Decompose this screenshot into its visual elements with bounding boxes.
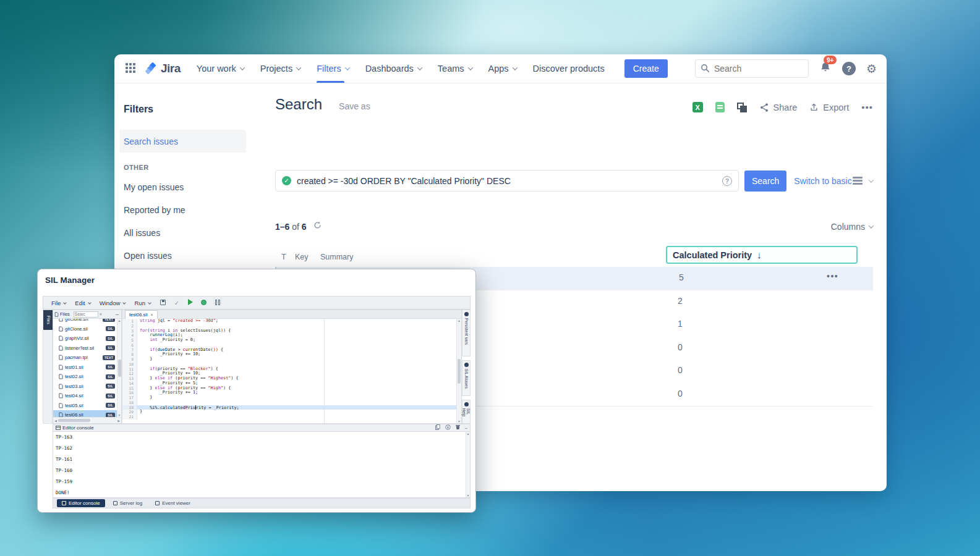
layout-icon[interactable] bbox=[212, 300, 223, 306]
bottom-tab-label: Editor console bbox=[69, 500, 100, 506]
debug-icon[interactable] bbox=[198, 300, 210, 306]
editor-tab-label: test06.sil bbox=[129, 312, 148, 318]
files-search-input[interactable] bbox=[74, 311, 98, 318]
jql-help-icon[interactable]: ? bbox=[722, 176, 732, 186]
menu-edit[interactable]: Edit bbox=[70, 300, 95, 306]
sidebar-item-all-issues[interactable]: All issues bbox=[124, 228, 160, 240]
jira-logo-text: Jira bbox=[161, 62, 181, 75]
help-button[interactable]: ? bbox=[842, 62, 856, 75]
menu-run[interactable]: Run bbox=[130, 300, 155, 306]
nav-item-projects[interactable]: Projects bbox=[260, 54, 300, 83]
file-item-pacman.tpl[interactable]: pacman.tplTEXT bbox=[53, 353, 117, 363]
jira-logo-icon bbox=[145, 62, 158, 75]
file-item-test05.sil[interactable]: test05.silSIL bbox=[53, 401, 117, 411]
copy-layers-icon[interactable] bbox=[737, 103, 747, 112]
file-type-badge: TEXT bbox=[103, 319, 115, 322]
bottom-tab-server-log[interactable]: Server log bbox=[108, 499, 147, 507]
csv-export-icon[interactable] bbox=[715, 102, 725, 112]
code-line-5[interactable]: 5 int _Priority = 0; bbox=[122, 338, 456, 343]
sidebar-item-search-issues[interactable]: Search issues bbox=[119, 130, 246, 153]
save-icon[interactable] bbox=[158, 300, 169, 306]
code-line-21[interactable]: 21 bbox=[122, 415, 456, 419]
jql-search-button[interactable]: Search bbox=[744, 171, 786, 192]
bottom-tab-event-viewer[interactable]: Event viewer bbox=[150, 499, 195, 507]
nav-item-apps[interactable]: Apps bbox=[488, 54, 517, 83]
editor-scrollbar[interactable]: ▲▼ bbox=[456, 319, 461, 423]
chevron-down-icon bbox=[869, 177, 874, 182]
file-item-test01.sil[interactable]: test01.silSIL bbox=[53, 363, 117, 373]
console-scrollbar[interactable]: ▲▼ bbox=[466, 432, 470, 497]
save-as-link[interactable]: Save as bbox=[339, 101, 370, 111]
file-item-test02.sil[interactable]: test02.silSIL bbox=[53, 372, 117, 382]
jira-logo[interactable]: Jira bbox=[145, 62, 181, 75]
global-search[interactable] bbox=[695, 59, 809, 78]
close-tab-icon[interactable]: × bbox=[151, 313, 153, 317]
clear-search-icon[interactable]: × bbox=[100, 312, 102, 316]
copy-output-icon[interactable] bbox=[435, 424, 440, 431]
global-search-input[interactable] bbox=[695, 59, 809, 78]
more-actions-button[interactable]: ••• bbox=[861, 102, 873, 112]
settings-gear-icon[interactable]: ⚙ bbox=[866, 63, 877, 75]
sidebar-item-reported-by-me[interactable]: Reported by me bbox=[124, 205, 185, 217]
console-output[interactable]: TP-163TP-162TP-161TP-160TP-159DONE! ▲▼ bbox=[53, 432, 471, 498]
code-text: } bbox=[137, 357, 152, 362]
app-switcher-icon[interactable] bbox=[126, 63, 137, 74]
nav-item-filters[interactable]: Filters bbox=[317, 54, 349, 83]
file-item-test04.sil[interactable]: test04.silSIL bbox=[53, 391, 117, 401]
row-more-button[interactable]: ••• bbox=[827, 271, 838, 281]
code-line-17[interactable]: 17 } bbox=[122, 395, 456, 400]
excel-export-icon[interactable]: X bbox=[692, 102, 703, 112]
file-item-test06.sil[interactable]: test06.silSIL bbox=[53, 410, 117, 417]
collapse-panel-icon[interactable]: – bbox=[116, 311, 120, 318]
check-syntax-icon[interactable]: ✓ bbox=[171, 300, 182, 306]
column-header-key[interactable]: Key bbox=[295, 253, 309, 261]
jql-query-text[interactable]: created >= -30d ORDER BY "Calculated Pri… bbox=[297, 176, 717, 186]
file-type-badge: SIL bbox=[106, 403, 115, 408]
file-item-graphViz.sil[interactable]: graphViz.silSIL bbox=[53, 334, 117, 343]
switch-to-basic-link[interactable]: Switch to basic bbox=[794, 176, 851, 186]
right-tab-sil-help[interactable]: SIL Help bbox=[462, 400, 471, 424]
clear-console-icon[interactable] bbox=[456, 424, 460, 431]
notifications-button[interactable]: 9+ bbox=[819, 61, 832, 76]
nav-item-teams[interactable]: Teams bbox=[438, 54, 472, 83]
columns-dropdown[interactable]: Columns bbox=[831, 222, 873, 232]
menu-window[interactable]: Window bbox=[95, 300, 130, 306]
right-tab-sil-aliases[interactable]: SIL Aliases bbox=[462, 360, 471, 396]
nav-item-dashboards[interactable]: Dashboards bbox=[365, 54, 422, 83]
sidebar-item-open-issues[interactable]: Open issues bbox=[124, 251, 172, 263]
column-header-summary[interactable]: Summary bbox=[320, 253, 353, 261]
download-output-icon[interactable] bbox=[445, 424, 451, 431]
files-horizontal-scrollbar[interactable]: ◀▶ bbox=[53, 417, 121, 423]
code-line-20[interactable]: 20} bbox=[122, 410, 456, 415]
column-header-type[interactable]: T bbox=[281, 253, 286, 261]
sidebar-item-my-open-issues[interactable]: My open issues bbox=[124, 182, 184, 195]
jql-input[interactable]: ✓ created >= -30d ORDER BY "Calculated P… bbox=[275, 170, 739, 192]
files-vertical-scrollbar[interactable]: ▲▼ bbox=[117, 319, 121, 417]
code-line-16[interactable]: 16 _Priority += 1; bbox=[122, 390, 456, 395]
file-item-gitClone.sil[interactable]: gitClone.silSIL bbox=[53, 324, 117, 334]
code-line-1[interactable]: 1string jql = "created >= -30d"; bbox=[122, 319, 456, 324]
share-button[interactable]: Share bbox=[759, 103, 798, 112]
refresh-icon[interactable] bbox=[313, 221, 322, 232]
menu-file[interactable]: File bbox=[47, 300, 70, 306]
files-vertical-tab[interactable]: Files bbox=[43, 310, 53, 330]
minimize-console-icon[interactable]: – bbox=[465, 425, 467, 431]
bottom-tab-editor-console[interactable]: Editor console bbox=[57, 499, 105, 507]
file-item-gitClone.sh[interactable]: gitClone.shTEXT bbox=[53, 319, 117, 324]
nav-item-discover-products[interactable]: Discover products bbox=[533, 54, 605, 83]
run-icon[interactable] bbox=[185, 299, 196, 306]
code-line-18[interactable]: 18 bbox=[122, 400, 456, 405]
editor-tab-test06[interactable]: test06.sil × bbox=[125, 310, 158, 319]
editor-body[interactable]: 1string jql = "created >= -30d";23for(st… bbox=[122, 319, 456, 423]
code-line-9[interactable]: 9 } bbox=[122, 357, 456, 362]
right-tab-persistent-vars[interactable]: Persistent vars bbox=[462, 310, 471, 356]
file-item-test03.sil[interactable]: test03.silSIL bbox=[53, 382, 117, 392]
create-button[interactable]: Create bbox=[624, 59, 668, 78]
export-button[interactable]: Export bbox=[809, 103, 849, 112]
file-item-listenerTest.sil[interactable]: listenerTest.silSIL bbox=[53, 343, 117, 353]
list-view-toggle[interactable] bbox=[853, 175, 873, 186]
code-line-8[interactable]: 8 _Priority += 10; bbox=[122, 352, 456, 357]
search-icon bbox=[701, 64, 710, 73]
nav-item-your-work[interactable]: Your work bbox=[197, 54, 244, 83]
code-line-19[interactable]: 19 %i%.calculatedPriority = _Priority; bbox=[122, 405, 456, 410]
